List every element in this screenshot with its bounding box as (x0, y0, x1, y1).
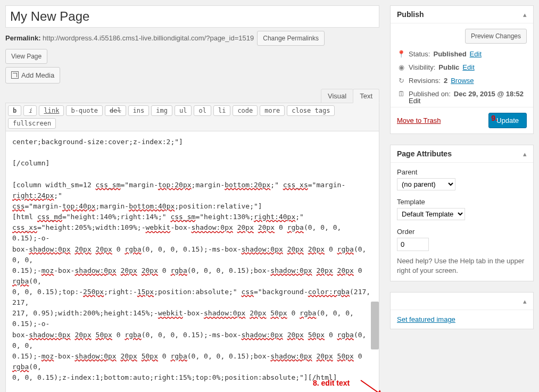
parent-label: Parent (397, 168, 527, 176)
content-textarea[interactable]: center;background-size:cover;z-index:2;"… (5, 131, 379, 392)
revisions-icon: ↻ (397, 77, 405, 85)
revisions-browse-link[interactable]: Browse (451, 77, 474, 85)
status-edit-link[interactable]: Edit (470, 50, 482, 58)
publish-title: Publish (397, 10, 424, 19)
tab-text[interactable]: Text (353, 89, 379, 103)
page-attributes-toggle-icon[interactable]: ▴ (523, 150, 527, 158)
set-featured-image-link[interactable]: Set featured image (397, 315, 527, 323)
move-to-trash-link[interactable]: Move to Trash (397, 116, 441, 124)
editor-tabs: Visual Text (321, 89, 379, 103)
template-label: Template (397, 198, 527, 206)
order-input[interactable] (397, 238, 429, 251)
pin-icon: 📍 (397, 50, 405, 58)
featured-image-title (397, 297, 399, 305)
toolbar-ul[interactable]: ul (175, 105, 192, 116)
eye-icon: ◉ (397, 63, 405, 71)
toolbar-ol[interactable]: ol (194, 105, 211, 116)
update-button[interactable]: Update (488, 113, 527, 128)
toolbar-more[interactable]: more (260, 105, 285, 116)
publish-toggle-icon[interactable]: ▴ (523, 11, 527, 19)
view-page-button[interactable]: View Page (5, 49, 47, 64)
status-value: Published (433, 50, 466, 58)
visibility-label: Visibility: (409, 63, 435, 71)
revisions-label: Revisions: (409, 77, 441, 85)
toolbar-img[interactable]: img (151, 105, 172, 116)
template-select[interactable]: Default Template (397, 208, 465, 220)
toolbar-bold[interactable]: b (8, 105, 21, 116)
visibility-edit-link[interactable]: Edit (462, 63, 474, 71)
page-title-box: My New Page (5, 5, 379, 28)
featured-image-toggle-icon[interactable]: ▴ (523, 297, 527, 305)
change-permalinks-button[interactable]: Change Permalinks (257, 31, 325, 46)
preview-changes-button[interactable]: Preview Changes (465, 29, 527, 44)
editor-toolbar: b i link b-quote del ins img ul ol li co… (5, 103, 379, 131)
help-text: Need help? Use the Help tab in the upper… (397, 256, 527, 276)
toolbar-close-tags[interactable]: close tags (287, 105, 335, 116)
toolbar-italic[interactable]: i (23, 105, 37, 116)
revisions-value: 2 (444, 77, 447, 85)
toolbar-bquote[interactable]: b-quote (66, 105, 103, 116)
permalink-label: Permalink: (5, 34, 40, 42)
permalink-url: http://wordpress.4.i55186.cms1-live.bill… (43, 34, 254, 42)
order-label: Order (397, 228, 527, 236)
page-title-input[interactable]: My New Page (10, 7, 375, 26)
permalink-row: Permalink: http://wordpress.4.i55186.cms… (5, 31, 379, 46)
featured-image-box: ▴ Set featured image (390, 292, 534, 329)
tab-visual[interactable]: Visual (321, 89, 353, 103)
calendar-icon: 🗓 (397, 90, 405, 98)
publish-box: Publish ▴ Preview Changes 📍 Status: Publ… (390, 5, 534, 134)
published-on-value: Dec 29, 2015 @ 18:52 (454, 90, 524, 98)
toolbar-fullscreen[interactable]: fullscreen (8, 118, 56, 129)
parent-select[interactable]: (no parent) (397, 178, 455, 190)
page-attributes-box: Page Attributes ▴ Parent (no parent) Tem… (390, 145, 534, 281)
toolbar-li[interactable]: li (213, 105, 230, 116)
toolbar-del[interactable]: del (105, 105, 126, 116)
visibility-value: Public (438, 63, 459, 71)
media-icon (11, 71, 19, 79)
toolbar-link[interactable]: link (39, 105, 64, 116)
scrollbar-thumb[interactable] (371, 302, 379, 349)
toolbar-code[interactable]: code (233, 105, 258, 116)
toolbar-ins[interactable]: ins (128, 105, 150, 116)
status-label: Status: (409, 50, 430, 58)
add-media-button[interactable]: Add Media (5, 67, 60, 84)
page-attributes-title: Page Attributes (397, 149, 452, 158)
published-on-edit-link[interactable]: Edit (409, 97, 420, 105)
